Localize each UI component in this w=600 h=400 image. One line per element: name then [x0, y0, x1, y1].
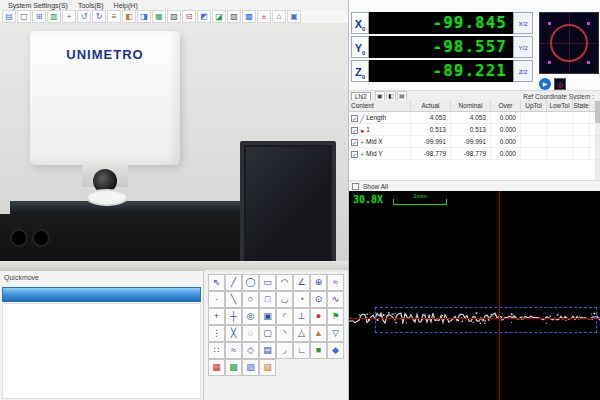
tool-icon[interactable]: ▢ [259, 325, 276, 342]
tool-icon[interactable]: ≈ [327, 274, 344, 291]
show-all-checkbox[interactable] [352, 183, 359, 190]
column-header[interactable]: Nominal [451, 100, 491, 111]
tool-icon[interactable]: ▤ [259, 342, 276, 359]
tool-icon[interactable]: ▦ [208, 359, 225, 376]
row-checkbox[interactable]: ✓ [351, 115, 358, 122]
tool-icon[interactable]: ⊕ [310, 274, 327, 291]
toolbar-icon[interactable]: ⌂ [272, 10, 286, 23]
toolbar-icon[interactable]: ▣ [287, 10, 301, 23]
tool-icon[interactable]: ◯ [242, 274, 259, 291]
column-header[interactable]: Actual [411, 100, 451, 111]
toolbar-icon[interactable]: ⊞ [32, 10, 46, 23]
toolbar-icon[interactable]: ▨ [227, 10, 241, 23]
toolbar-icon[interactable]: ▦ [152, 10, 166, 23]
tool-icon[interactable]: △ [293, 325, 310, 342]
tool-icon[interactable]: ⊙ [310, 291, 327, 308]
menu-item[interactable]: System Settings(S) [3, 2, 73, 9]
toolbar-icon[interactable]: + [62, 10, 76, 23]
tool-icon[interactable]: ◎ [242, 308, 259, 325]
menu-item[interactable]: Help(H) [109, 2, 143, 9]
tool-icon[interactable]: ▩ [225, 359, 242, 376]
play-button[interactable]: ▶ [539, 78, 551, 90]
edge-selection-rect[interactable] [375, 307, 597, 333]
tool-icon[interactable]: ◔ [293, 291, 310, 308]
tool-icon[interactable]: ≈ [225, 342, 242, 359]
toolbar-icon[interactable]: ◧ [122, 10, 136, 23]
tool-icon[interactable]: ╲ [225, 291, 242, 308]
tool-icon[interactable]: ╱ [225, 274, 242, 291]
tool-icon[interactable]: ◞ [276, 342, 293, 359]
toolbar-icon[interactable]: ⊟ [182, 10, 196, 23]
tool-icon[interactable]: ◠ [276, 274, 293, 291]
toolbar-icon[interactable]: ◨ [137, 10, 151, 23]
tool-icon[interactable]: ⋮ [208, 325, 225, 342]
camera-view[interactable]: 30.8X 1mm [349, 191, 600, 400]
column-header[interactable]: UpTol [521, 100, 547, 111]
tool-icon[interactable]: □ [259, 291, 276, 308]
dro-half-button[interactable]: Z/2 [513, 60, 533, 82]
tool-icon[interactable]: ● [310, 308, 327, 325]
tool-icon[interactable]: ■ [310, 342, 327, 359]
row-content: ✓●1 [349, 124, 411, 135]
tool-icon[interactable]: ◆ [327, 342, 344, 359]
table-row[interactable]: ✓●1 0.513 0.513 0.000 [349, 124, 600, 136]
row-checkbox[interactable]: ✓ [351, 139, 358, 146]
tool-icon[interactable]: ◝ [276, 325, 293, 342]
column-header[interactable]: LowTol [547, 100, 573, 111]
dro-axis-value: -89.221 [369, 60, 513, 82]
toolbar-icon[interactable]: ▧ [167, 10, 181, 23]
tool-icon[interactable]: ▲ [310, 325, 327, 342]
toolbar-icon[interactable]: ◪ [212, 10, 226, 23]
tool-icon[interactable]: ▣ [259, 308, 276, 325]
tool-icon[interactable]: ∷ [208, 342, 225, 359]
toolbar-icon[interactable]: ≡ [107, 10, 121, 23]
table-scrollbar[interactable] [595, 100, 600, 180]
tool-icon[interactable]: ⇖ [208, 274, 225, 291]
toolbar-icon[interactable]: ↺ [77, 10, 91, 23]
tool-icon[interactable]: ⚑ [327, 308, 344, 325]
toolbar-icon[interactable]: ▢ [17, 10, 31, 23]
table-row[interactable]: ✓+Mid X -99.991 -99.991 0.000 [349, 136, 600, 148]
row-checkbox[interactable]: ✓ [351, 127, 358, 134]
tool-icon[interactable]: ▽ [327, 325, 344, 342]
menu-item[interactable]: Tools(B) [73, 2, 109, 9]
monitor-screen [246, 147, 330, 270]
row-checkbox[interactable]: ✓ [351, 151, 358, 158]
table-row[interactable]: ✓+Mid Y -98.779 -98.779 0.000 [349, 148, 600, 160]
tool-icon[interactable]: · [208, 291, 225, 308]
scrollbar-thumb[interactable] [595, 101, 600, 123]
toolbar-icon[interactable]: ▤ [2, 10, 16, 23]
target-button[interactable]: ◎ [554, 78, 566, 90]
tool-icon[interactable]: ⊥ [293, 308, 310, 325]
tool-icon[interactable]: ◇ [242, 342, 259, 359]
tool-icon[interactable]: ┼ [225, 308, 242, 325]
row-content: ✓+Mid Y [349, 148, 411, 159]
toolbar-icon[interactable]: ◩ [197, 10, 211, 23]
tool-icon[interactable]: ▨ [259, 359, 276, 376]
column-header[interactable]: State [573, 100, 590, 111]
tool-icon[interactable]: ▭ [259, 274, 276, 291]
tool-icon[interactable]: ◜ [276, 308, 293, 325]
toolbar-icon[interactable]: ▩ [242, 10, 256, 23]
tool-icon[interactable]: ◡ [276, 291, 293, 308]
cell-state [573, 112, 590, 123]
tool-icon[interactable]: + [208, 308, 225, 325]
nav-corner-dot [587, 22, 590, 25]
toolbar-icon[interactable]: ± [257, 10, 271, 23]
toolbar-icon[interactable]: ▥ [47, 10, 61, 23]
stage-navigation-view[interactable] [539, 12, 599, 74]
column-header[interactable]: Content [349, 100, 411, 111]
tool-icon[interactable]: ∟ [293, 342, 310, 359]
dro-half-button[interactable]: Y/2 [513, 36, 533, 58]
dro-half-button[interactable]: X/2 [513, 12, 533, 34]
tool-icon[interactable]: ▧ [242, 359, 259, 376]
tool-icon[interactable]: ○ [242, 291, 259, 308]
tool-icon[interactable]: ╳ [225, 325, 242, 342]
column-header[interactable]: Over [491, 100, 521, 111]
tool-icon[interactable]: ∿ [327, 291, 344, 308]
toolbar-icon[interactable]: ↻ [92, 10, 106, 23]
tool-icon[interactable]: ◌ [242, 325, 259, 342]
tool-icon[interactable]: ∠ [293, 274, 310, 291]
quickmove-speed-slider[interactable] [2, 287, 201, 302]
table-row[interactable]: ✓╱Length 4.053 4.053 0.000 [349, 112, 600, 124]
